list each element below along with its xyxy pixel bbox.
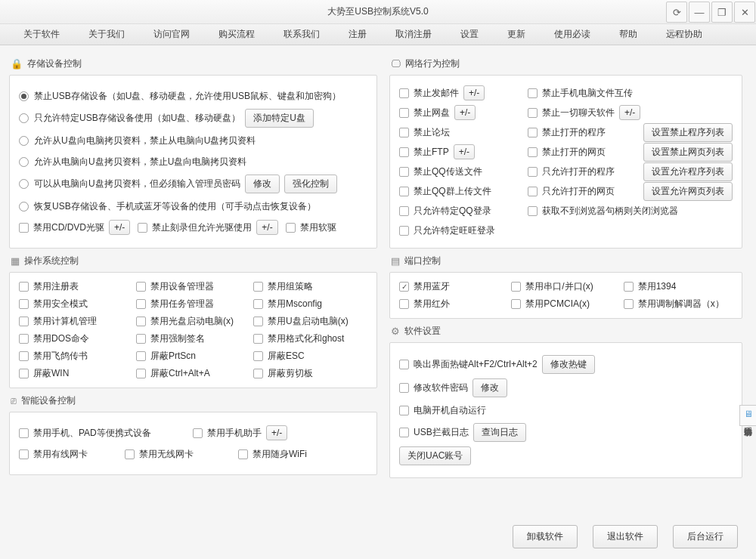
check-port-3[interactable]: 禁用红外	[399, 298, 508, 310]
check-net-left-0[interactable]: 禁止发邮件	[399, 87, 459, 100]
menu-help[interactable]: 帮助	[605, 28, 652, 41]
add-specific-usb-button[interactable]: 添加特定U盘	[245, 109, 314, 128]
panel-soft: 唤出界面热键Alt+F2/Ctrl+Alt+2修改热键 修改软件密码修改 电脑开…	[389, 342, 742, 478]
check-os-15[interactable]: 屏蔽WIN	[19, 367, 133, 380]
menu-website[interactable]: 访问官网	[139, 28, 204, 41]
check-os-1[interactable]: 禁用设备管理器	[136, 280, 250, 293]
menu-contact[interactable]: 联系我们	[269, 28, 334, 41]
minimize-button[interactable]: —	[689, 2, 710, 23]
check-port-4[interactable]: 禁用PCMCIA(x)	[511, 298, 620, 310]
remote-icon: 🖥	[742, 409, 754, 419]
check-os-8[interactable]: 禁用U盘启动电脑(x)	[253, 315, 367, 328]
query-log-button[interactable]: 查询日志	[473, 423, 526, 442]
check-port-5[interactable]: 禁用调制解调器（x）	[624, 298, 733, 310]
modify-hotkey-button[interactable]: 修改热键	[542, 355, 595, 374]
check-autostart[interactable]: 电脑开机自动运行	[399, 404, 486, 417]
check-net-right-1[interactable]: 禁止一切聊天软件	[528, 107, 615, 119]
check-hotkey[interactable]: 唤出界面热键Alt+F2/Ctrl+Alt+2	[399, 358, 538, 371]
check-disable-portable-wifi[interactable]: 禁用随身WiFi	[238, 448, 307, 461]
check-port-0[interactable]: 禁用蓝牙	[399, 280, 508, 293]
check-disable-floppy[interactable]: 禁用软驱	[286, 221, 336, 234]
check-modify-password[interactable]: 修改软件密码	[399, 381, 468, 394]
check-os-11[interactable]: 禁用格式化和ghost	[253, 332, 367, 345]
phone-helper-pm-button[interactable]: +/-	[266, 425, 287, 440]
maximize-button[interactable]: ❐	[711, 2, 733, 23]
net-list-btn-3[interactable]: 设置禁止网页列表	[643, 143, 733, 162]
radio-block-usb-storage[interactable]: 禁止USB存储设备（如U盘、移动硬盘，允许使用USB鼠标、键盘和加密狗）	[19, 90, 341, 103]
check-net-left-2[interactable]: 禁止论坛	[399, 126, 450, 139]
check-net-left-1[interactable]: 禁止网盘	[399, 107, 450, 119]
check-usb-log[interactable]: USB拦截日志	[399, 426, 469, 439]
check-os-14[interactable]: 屏蔽ESC	[253, 350, 367, 363]
menu-about-us[interactable]: 关于我们	[74, 28, 139, 41]
check-disable-portable[interactable]: 禁用手机、PAD等便携式设备	[19, 427, 193, 440]
check-os-5[interactable]: 禁用Msconfig	[253, 298, 367, 310]
check-os-4[interactable]: 禁用任务管理器	[136, 298, 250, 310]
check-os-9[interactable]: 禁用DOS命令	[19, 332, 133, 345]
check-os-16[interactable]: 屏蔽Ctrl+Alt+A	[136, 367, 250, 380]
uninstall-button[interactable]: 卸载软件	[513, 525, 578, 548]
radio-copy-with-password[interactable]: 可以从电脑向U盘拷贝资料，但必须输入管理员密码	[19, 178, 240, 190]
check-disable-wired-nic[interactable]: 禁用有线网卡	[19, 448, 125, 461]
menu-settings[interactable]: 设置	[446, 28, 493, 41]
net-left-pm-0[interactable]: +/-	[463, 85, 485, 100]
check-os-7[interactable]: 禁用光盘启动电脑(x)	[136, 315, 250, 328]
side-remote-help[interactable]: 🖥 请求远程协助	[739, 405, 756, 426]
check-net-right-6[interactable]: 获取不到浏览器句柄则关闭浏览器	[528, 205, 678, 218]
menu-unregister[interactable]: 取消注册	[381, 28, 446, 41]
check-net-right-2[interactable]: 禁止打开的程序	[528, 126, 606, 139]
check-net-right-5[interactable]: 只允许打开的网页	[528, 185, 615, 198]
menu-readme[interactable]: 使用必读	[540, 28, 605, 41]
close-button[interactable]: ✕	[734, 2, 755, 23]
check-os-12[interactable]: 禁用飞鸽传书	[19, 350, 133, 363]
net-left-pm-3[interactable]: +/-	[454, 144, 475, 159]
check-port-1[interactable]: 禁用串口/并口(x)	[511, 280, 620, 293]
menu-update[interactable]: 更新	[493, 28, 540, 41]
check-disable-burn[interactable]: 禁止刻录但允许光驱使用	[138, 221, 252, 234]
close-uac-button[interactable]: 关闭UAC账号	[399, 446, 471, 465]
burn-pm-button[interactable]: +/-	[256, 220, 277, 235]
net-list-btn-2[interactable]: 设置禁止程序列表	[643, 123, 733, 142]
check-os-13[interactable]: 屏蔽PrtScn	[136, 350, 250, 363]
menu-about-software[interactable]: 关于软件	[9, 28, 74, 41]
check-net-left-3[interactable]: 禁止FTP	[399, 146, 449, 159]
radio-pc-to-usb-only[interactable]: 允许从电脑向U盘拷贝资料，禁止U盘向电脑拷贝资料	[19, 156, 246, 168]
net-right-pm-1[interactable]: +/-	[619, 105, 640, 120]
check-os-10[interactable]: 禁用强制签名	[136, 332, 250, 345]
radio-restore-usb[interactable]: 恢复USB存储设备、手机或蓝牙等设备的使用（可手动点击恢复设备）	[19, 200, 316, 213]
check-os-0[interactable]: 禁用注册表	[19, 280, 133, 293]
check-os-17[interactable]: 屏蔽剪切板	[253, 367, 367, 380]
section-net-title: 🖵网络行为控制	[391, 57, 742, 70]
lock-icon: 🔒	[11, 58, 23, 69]
enhance-control-button[interactable]: 强化控制	[284, 174, 337, 193]
cddvd-pm-button[interactable]: +/-	[109, 220, 130, 235]
menu-purchase[interactable]: 购买流程	[204, 28, 269, 41]
check-port-2[interactable]: 禁用1394	[624, 280, 733, 293]
background-run-button[interactable]: 后台运行	[673, 525, 738, 548]
check-net-right-3[interactable]: 禁止打开的网页	[528, 146, 606, 159]
modify-button[interactable]: 修改	[472, 378, 507, 397]
check-os-2[interactable]: 禁用组策略	[253, 280, 367, 293]
section-soft-title: ⚙软件设置	[391, 325, 742, 338]
check-disable-cddvd[interactable]: 禁用CD/DVD光驱	[19, 221, 104, 234]
radio-usb-to-pc-only[interactable]: 允许从U盘向电脑拷贝资料，禁止从电脑向U盘拷贝资料	[19, 134, 256, 147]
net-list-btn-4[interactable]: 设置允许程序列表	[643, 162, 733, 181]
check-disable-wireless-nic[interactable]: 禁用无线网卡	[125, 448, 238, 461]
net-list-btn-5[interactable]: 设置允许网页列表	[643, 182, 733, 201]
check-disable-phone-helper[interactable]: 禁用手机助手	[193, 427, 262, 440]
refresh-button[interactable]: ⟳	[666, 2, 687, 23]
check-net-left-5[interactable]: 禁止QQ群上传文件	[399, 185, 491, 198]
modify-password-button[interactable]: 修改	[245, 174, 280, 193]
net-left-pm-1[interactable]: +/-	[454, 105, 476, 120]
radio-allow-specific-usb[interactable]: 只允许特定USB存储设备使用（如U盘、移动硬盘）	[19, 112, 240, 125]
exit-button[interactable]: 退出软件	[593, 525, 658, 548]
check-net-left-4[interactable]: 禁止QQ传送文件	[399, 165, 482, 178]
menu-remote[interactable]: 远程协助	[652, 28, 717, 41]
check-net-left-6[interactable]: 只允许特定QQ登录	[399, 205, 491, 218]
menu-register[interactable]: 注册	[334, 28, 381, 41]
check-net-right-0[interactable]: 禁止手机电脑文件互传	[528, 87, 633, 100]
check-net-left-7[interactable]: 只允许特定旺旺登录	[399, 224, 495, 237]
check-os-6[interactable]: 禁用计算机管理	[19, 315, 133, 328]
check-net-right-4[interactable]: 只允许打开的程序	[528, 165, 615, 178]
check-os-3[interactable]: 禁用安全模式	[19, 298, 133, 310]
